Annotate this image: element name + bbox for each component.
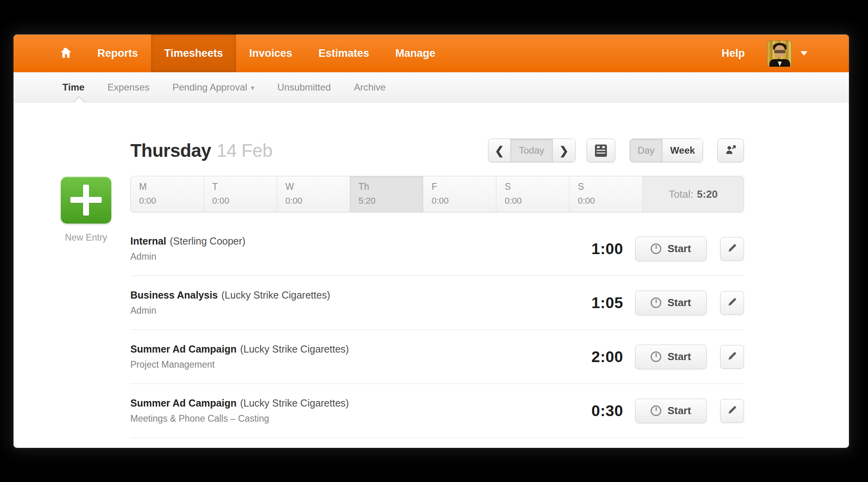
week-total: Total: 5:20 (643, 176, 744, 212)
entry-client: (Sterling Cooper) (170, 235, 245, 247)
entry-info: Summer Ad Campaign(Lucky Strike Cigarett… (130, 343, 572, 370)
edit-entry-button[interactable] (720, 399, 744, 423)
week-day-saturday[interactable]: S 0:00 (496, 176, 570, 212)
time-entry-list: Internal(Sterling Cooper) Admin 1:00 Sta… (130, 222, 744, 438)
day-total: 0:00 (505, 196, 569, 206)
date-controls: ❮ Today ❯ Day Week (488, 139, 744, 162)
day-label: W (285, 181, 350, 192)
entry-info: Business Analysis(Lucky Strike Cigarette… (130, 289, 572, 316)
avatar-glasses (774, 50, 785, 53)
entry-info: Summer Ad Campaign(Lucky Strike Cigarett… (130, 397, 572, 424)
day-total: 0:00 (139, 196, 203, 206)
page-title: Thursday14 Feb (130, 140, 272, 161)
teammates-icon (725, 143, 737, 158)
day-total: 0:00 (578, 196, 642, 206)
timer-icon (651, 405, 661, 416)
user-avatar[interactable] (767, 40, 792, 67)
nav-item-reports[interactable]: Reports (84, 35, 151, 72)
day-view-button[interactable]: Day (630, 139, 663, 162)
entry-duration: 2:00 (572, 348, 623, 366)
day-label: S (505, 181, 569, 192)
week-strip: M 0:00 T 0:00 W 0:00 Th 5:20 F 0:00 (130, 176, 744, 212)
topnav-right: Help (721, 35, 808, 72)
chevron-right-icon: ❯ (559, 144, 568, 157)
entry-task: Meetings & Phone Calls – Casting (130, 413, 572, 424)
timesheet-subnav: Time Expenses Pending Approval ▾ Unsubmi… (14, 72, 849, 102)
entry-duration: 1:00 (572, 240, 623, 258)
entry-task: Admin (130, 305, 572, 316)
week-day-wednesday[interactable]: W 0:00 (277, 176, 350, 212)
week-day-thursday-selected[interactable]: Th 5:20 (350, 176, 423, 212)
pencil-icon (727, 243, 738, 255)
tab-archive[interactable]: Archive (342, 72, 397, 102)
tab-pending-approval[interactable]: Pending Approval ▾ (161, 72, 266, 102)
day-label: F (432, 181, 496, 192)
tab-unsubmitted[interactable]: Unsubmitted (266, 72, 343, 102)
week-total-label: Total: (668, 188, 693, 201)
start-timer-button[interactable]: Start (635, 237, 707, 261)
day-total: 0:00 (285, 196, 350, 206)
teammates-button[interactable] (717, 139, 744, 162)
week-day-tuesday[interactable]: T 0:00 (204, 176, 277, 212)
time-entry-row: Summer Ad Campaign(Lucky Strike Cigarett… (130, 330, 744, 384)
calendar-button[interactable] (587, 139, 615, 162)
edit-entry-button[interactable] (720, 291, 744, 315)
main-menu: Reports Timesheets Invoices Estimates Ma… (84, 35, 448, 72)
edit-entry-button[interactable] (720, 345, 744, 369)
tab-expenses[interactable]: Expenses (96, 72, 161, 102)
day-label: T (212, 181, 277, 192)
new-entry-button[interactable] (61, 177, 111, 224)
nav-item-manage[interactable]: Manage (382, 35, 449, 72)
day-label: Th (358, 181, 423, 192)
previous-day-button[interactable]: ❮ (488, 139, 511, 162)
chevron-left-icon: ❮ (495, 144, 504, 157)
pencil-icon (727, 297, 738, 309)
pencil-icon (727, 351, 738, 363)
week-total-value: 5:20 (697, 188, 718, 201)
day-header: Thursday14 Feb ❮ Today ❯ Day Week (130, 102, 744, 164)
edit-entry-button[interactable] (720, 237, 744, 261)
start-timer-button[interactable]: Start (635, 291, 707, 315)
day-label: M (139, 181, 203, 192)
entry-project: Summer Ad Campaign (130, 397, 236, 409)
week-day-friday[interactable]: F 0:00 (423, 176, 496, 212)
tab-pending-approval-label: Pending Approval (172, 82, 247, 93)
app-window: Reports Timesheets Invoices Estimates Ma… (14, 35, 849, 448)
start-button-label: Start (667, 243, 691, 255)
today-button[interactable]: Today (511, 139, 553, 162)
day-label: S (578, 181, 642, 192)
account-menu-caret-icon[interactable] (800, 51, 808, 56)
nav-item-timesheets[interactable]: Timesheets (151, 35, 236, 72)
day-name: Thursday (130, 140, 211, 161)
day-total: 0:00 (212, 196, 277, 206)
start-timer-button[interactable]: Start (635, 345, 707, 369)
tab-time[interactable]: Time (62, 72, 96, 102)
start-timer-button[interactable]: Start (635, 399, 707, 423)
entry-client: (Lucky Strike Cigarettes) (221, 289, 330, 301)
start-button-label: Start (667, 351, 691, 363)
entry-title: Business Analysis(Lucky Strike Cigarette… (130, 289, 572, 301)
start-button-label: Start (667, 297, 691, 309)
entry-duration: 0:30 (572, 402, 623, 420)
pencil-icon (727, 405, 738, 417)
entry-duration: 1:05 (572, 294, 623, 312)
entry-project: Business Analysis (130, 289, 218, 301)
entry-client: (Lucky Strike Cigarettes) (240, 397, 349, 409)
entry-title: Internal(Sterling Cooper) (130, 235, 572, 247)
view-toggle-group: Day Week (630, 139, 703, 162)
time-entry-row: Internal(Sterling Cooper) Admin 1:00 Sta… (130, 222, 744, 276)
next-day-button[interactable]: ❯ (553, 139, 575, 162)
entry-title: Summer Ad Campaign(Lucky Strike Cigarett… (130, 397, 572, 409)
timer-icon (651, 351, 661, 362)
week-view-button[interactable]: Week (663, 139, 703, 162)
nav-item-invoices[interactable]: Invoices (236, 35, 305, 72)
week-day-sunday[interactable]: S 0:00 (570, 176, 643, 212)
home-button[interactable] (53, 35, 79, 72)
time-entry-row: Summer Ad Campaign(Lucky Strike Cigarett… (130, 384, 744, 438)
new-entry: New Entry (61, 177, 111, 243)
week-day-monday[interactable]: M 0:00 (131, 176, 204, 212)
nav-item-estimates[interactable]: Estimates (305, 35, 382, 72)
content-area: New Entry Thursday14 Feb ❮ Today ❯ (14, 102, 849, 447)
help-link[interactable]: Help (721, 47, 745, 60)
entry-project: Internal (130, 235, 166, 247)
